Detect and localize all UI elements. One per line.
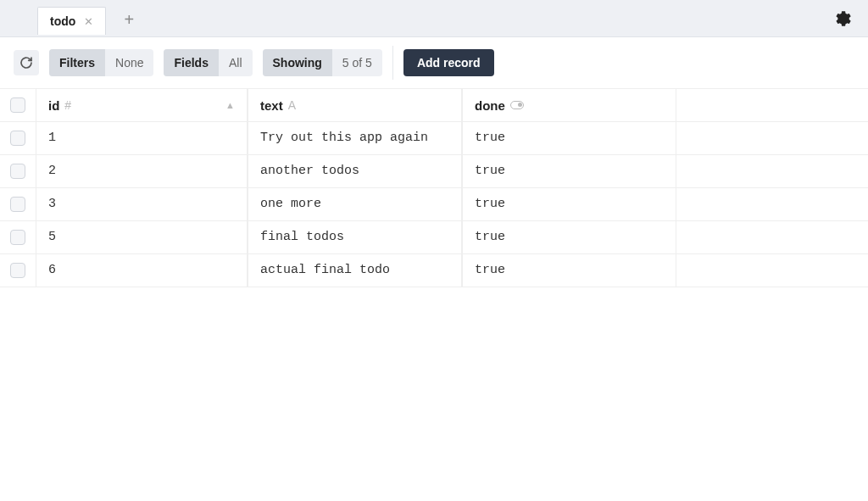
cell-id[interactable]: 3: [36, 188, 248, 220]
column-header-text[interactable]: text A: [248, 89, 462, 121]
fields-label: Fields: [164, 49, 218, 76]
table-row[interactable]: 1Try out this app againtrue: [0, 122, 868, 155]
toolbar-divider: [392, 46, 393, 80]
table-header-row: id # ▲ text A done: [0, 89, 868, 122]
filters-pill[interactable]: Filters None: [49, 49, 153, 76]
showing-label: Showing: [263, 49, 332, 76]
row-checkbox[interactable]: [10, 197, 25, 212]
table: id # ▲ text A done 1Try out this app aga…: [0, 89, 868, 287]
row-checkbox[interactable]: [10, 230, 25, 245]
row-checkbox[interactable]: [10, 131, 25, 146]
row-checkbox-cell: [0, 221, 36, 253]
cell-id[interactable]: 6: [36, 254, 248, 287]
row-checkbox-cell: [0, 254, 36, 287]
column-name: id: [48, 98, 59, 113]
add-record-button[interactable]: Add record: [403, 49, 494, 76]
row-checkbox-cell: [0, 155, 36, 187]
column-header-done[interactable]: done: [462, 89, 676, 121]
table-row[interactable]: 5final todostrue: [0, 221, 868, 254]
cell-done[interactable]: true: [462, 155, 676, 187]
close-icon[interactable]: ✕: [84, 16, 93, 27]
text-type-icon: A: [288, 98, 296, 112]
showing-pill[interactable]: Showing 5 of 5: [263, 49, 382, 76]
reload-icon: [19, 56, 33, 70]
filters-label: Filters: [49, 49, 105, 76]
cell-text[interactable]: Try out this app again: [248, 122, 462, 154]
cell-done[interactable]: true: [462, 221, 676, 253]
cell-text[interactable]: one more: [248, 188, 462, 220]
row-checkbox[interactable]: [10, 164, 25, 179]
showing-value: 5 of 5: [332, 49, 382, 76]
cell-done[interactable]: true: [462, 122, 676, 154]
cell-id[interactable]: 5: [36, 221, 248, 253]
reload-button[interactable]: [14, 50, 39, 75]
table-row[interactable]: 6actual final todotrue: [0, 254, 868, 287]
add-tab-button[interactable]: +: [116, 8, 142, 33]
select-all-cell: [0, 89, 36, 121]
sort-asc-icon: ▲: [225, 100, 235, 110]
table-row[interactable]: 2another todostrue: [0, 155, 868, 188]
table-row[interactable]: 3one moretrue: [0, 188, 868, 221]
row-checkbox[interactable]: [10, 263, 25, 278]
cell-text[interactable]: another todos: [248, 155, 462, 187]
boolean-type-icon: [510, 101, 524, 109]
tab-label: todo: [50, 14, 75, 28]
fields-pill[interactable]: Fields All: [164, 49, 252, 76]
cell-text[interactable]: actual final todo: [248, 254, 462, 287]
row-checkbox-cell: [0, 188, 36, 220]
cell-done[interactable]: true: [462, 254, 676, 287]
tab-todo[interactable]: todo ✕: [37, 7, 106, 35]
row-checkbox-cell: [0, 122, 36, 154]
tab-bar: todo ✕ +: [0, 0, 868, 37]
column-header-id[interactable]: id # ▲: [36, 89, 248, 121]
cell-text[interactable]: final todos: [248, 221, 462, 253]
filters-value: None: [105, 49, 153, 76]
hash-icon: #: [64, 98, 71, 112]
cell-done[interactable]: true: [462, 188, 676, 220]
column-name: done: [475, 98, 505, 113]
toolbar: Filters None Fields All Showing 5 of 5 A…: [0, 37, 868, 89]
gear-icon[interactable]: [834, 10, 851, 31]
column-name: text: [260, 98, 283, 113]
cell-id[interactable]: 2: [36, 155, 248, 187]
cell-id[interactable]: 1: [36, 122, 248, 154]
fields-value: All: [219, 49, 253, 76]
select-all-checkbox[interactable]: [10, 97, 25, 113]
